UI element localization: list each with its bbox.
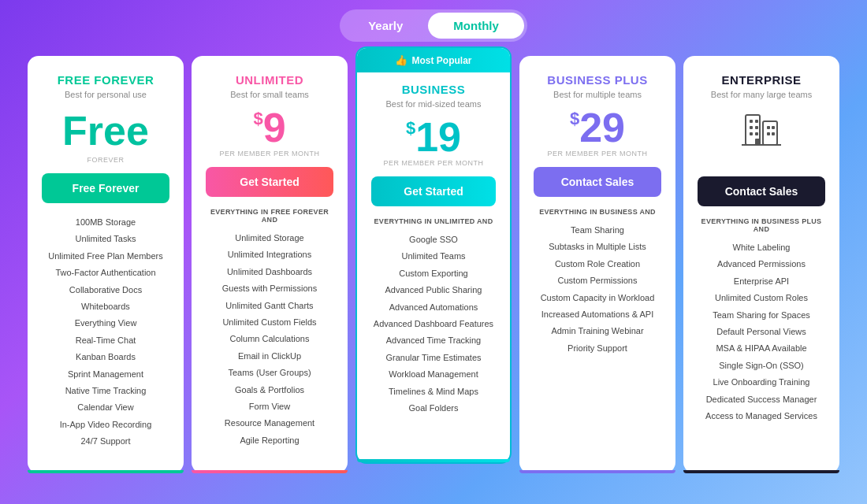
plan-card-business-plus: BUSINESS PLUSBest for multiple teams $29… [519,56,675,473]
price-period: PER MEMBER PER MONTH [206,150,333,158]
bottom-accent [28,470,184,473]
price-dollar: $ [406,118,415,138]
plan-card-business: 👍 Most Popular BUSINESSBest for mid-size… [355,46,512,464]
plan-name: FREE FOREVER [42,73,169,87]
plan-tagline: Best for multiple teams [534,90,661,99]
plan-tagline: Best for small teams [206,90,333,99]
feature-item: Advanced Time Tracking [371,332,496,349]
feature-item: Form View [206,398,333,415]
cta-button-free[interactable]: Free Forever [42,173,169,203]
plan-price: $19 [371,117,496,158]
price-value: 29 [579,105,625,150]
svg-rect-11 [772,132,775,135]
feature-item: Unlimited Custom Roles [698,290,825,306]
svg-rect-6 [750,132,753,135]
feature-item: Goal Folders [371,400,496,417]
feature-item: Whiteboards [42,298,169,315]
feature-item: Team Sharing [534,222,661,239]
cta-button-enterprise[interactable]: Contact Sales [698,176,825,206]
plan-price: $9 [206,107,333,148]
feature-item: Custom Exporting [371,265,496,282]
feature-item: White Labeling [698,239,825,256]
feature-item: Unlimited Tasks [42,231,169,247]
feature-item: Email in ClickUp [206,348,333,365]
feature-item: 24/7 Support [42,433,169,450]
feature-item: Increased Automations & API [534,306,661,323]
feature-item: Timelines & Mind Maps [371,384,496,400]
feature-item: Kanban Boards [42,349,169,365]
svg-rect-12 [755,139,760,145]
feature-item: Custom Role Creation [534,256,661,272]
plans-container: FREE FOREVERBest for personal use Free F… [0,56,867,489]
price-period: PER MEMBER PER MONTH [534,150,661,158]
badge-label: Most Popular [411,55,471,66]
feature-list: Team SharingSubtasks in Multiple ListsCu… [534,222,661,357]
price-dollar: $ [570,109,579,128]
feature-item: Guests with Permissions [206,280,333,297]
svg-rect-2 [750,120,753,123]
feature-item: Advanced Dashboard Features [371,316,496,332]
feature-item: Unlimited Gantt Charts [206,298,333,314]
feature-item: Single Sign-On (SSO) [698,358,825,374]
plan-card-free: FREE FOREVERBest for personal use Free F… [28,56,184,473]
svg-rect-7 [755,132,758,135]
plan-tagline: Best for many large teams [698,90,825,99]
feature-item: Advanced Permissions [698,256,825,272]
price-period: FOREVER [42,156,169,164]
enterprise-icon [698,107,825,158]
feature-item: Google SSO [371,232,496,248]
cta-button-business[interactable]: Get Started [371,176,496,206]
feature-item: Unlimited Integrations [206,246,333,263]
plan-card-enterprise: ENTERPRISEBest for many large teams Cont… [683,56,839,473]
feature-item: Enterprise API [698,273,825,290]
feature-item: Advanced Public Sharing [371,282,496,298]
bottom-accent [192,470,348,473]
features-header: EVERYTHING IN BUSINESS PLUS AND [698,217,825,233]
plan-name: UNLIMITED [206,73,333,87]
feature-item: Unlimited Storage [206,230,333,246]
bottom-accent [683,470,839,473]
feature-item: Teams (User Groups) [206,365,333,381]
feature-item: Dedicated Success Manager [698,391,825,408]
billing-toggle: Yearly Monthly [340,9,527,42]
plan-tagline: Best for personal use [42,90,169,99]
feature-item: Custom Permissions [534,272,661,289]
price-value: Free [62,108,149,154]
plan-card-unlimited: UNLIMITEDBest for small teams $9 PER MEM… [192,56,348,473]
svg-rect-3 [755,120,758,123]
svg-rect-10 [767,132,770,135]
plan-name: BUSINESS [371,83,496,96]
svg-rect-4 [750,126,753,129]
feature-item: Team Sharing for Spaces [698,307,825,324]
most-popular-badge: 👍 Most Popular [357,48,510,72]
cta-button-business-plus[interactable]: Contact Sales [534,167,661,197]
bottom-accent [519,470,675,473]
feature-item: 100MB Storage [42,214,169,231]
plan-tagline: Best for mid-sized teams [371,99,496,109]
feature-item: Collaborative Docs [42,282,169,298]
bottom-accent [357,459,510,462]
feature-item: Granular Time Estimates [371,350,496,366]
feature-list: 100MB StorageUnlimited TasksUnlimited Fr… [42,214,169,450]
features-header: EVERYTHING IN FREE FOREVER AND [206,208,333,224]
feature-item: Unlimited Custom Fields [206,314,333,331]
feature-item: Real-Time Chat [42,332,169,349]
feature-item: Workload Management [371,366,496,383]
thumb-icon: 👍 [395,54,407,66]
feature-item: Goals & Portfolios [206,382,333,398]
cta-button-unlimited[interactable]: Get Started [206,167,333,197]
yearly-toggle[interactable]: Yearly [343,13,428,39]
feature-item: Default Personal Views [698,324,825,340]
feature-item: Column Calculations [206,331,333,347]
monthly-toggle[interactable]: Monthly [428,13,524,39]
price-value: 19 [415,114,461,160]
feature-item: Custom Capacity in Workload [534,290,661,306]
svg-rect-5 [755,126,758,129]
feature-item: Calendar View [42,399,169,416]
plan-price: Free [42,107,169,154]
price-period: PER MEMBER PER MONTH [371,159,496,167]
feature-item: Access to Managed Services [698,408,825,424]
feature-item: Advanced Automations [371,299,496,316]
features-header: EVERYTHING IN UNLIMITED AND [371,217,496,225]
feature-item: Admin Training Webinar [534,323,661,339]
